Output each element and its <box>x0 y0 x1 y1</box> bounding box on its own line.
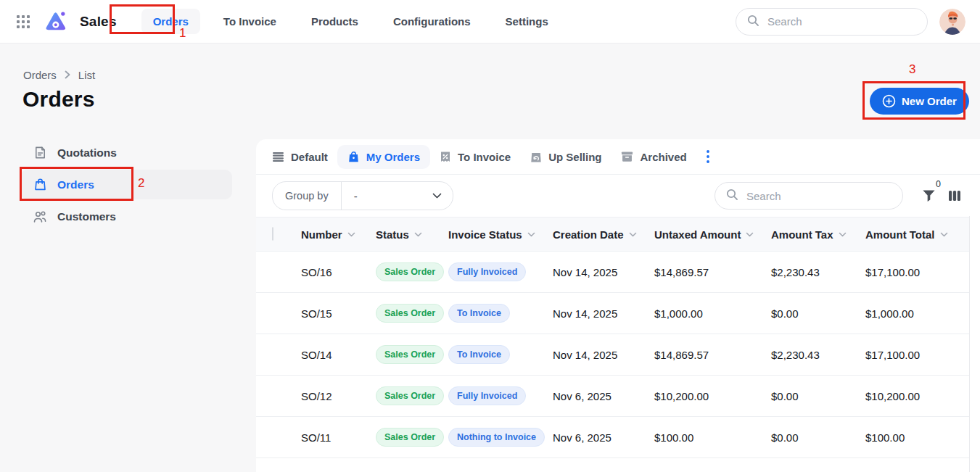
invoice-status-badge: Fully Invoiced <box>448 262 526 281</box>
table-search-input[interactable] <box>745 189 892 203</box>
sort-caret-icon <box>629 232 637 237</box>
status-badge: Sales Order <box>376 262 444 281</box>
nav-item-orders[interactable]: Orders <box>141 9 200 34</box>
search-icon <box>725 188 738 204</box>
tab-to-invoice[interactable]: To Invoice <box>440 151 511 163</box>
filter-funnel-button[interactable]: 0 <box>919 186 938 205</box>
invoice-status-badge: To Invoice <box>448 345 510 364</box>
filter-count-badge: 0 <box>936 179 941 189</box>
sort-caret-icon <box>414 232 422 237</box>
sidebar-item-quotations[interactable]: Quotations <box>20 138 232 167</box>
tab-up-selling[interactable]: Up Selling <box>530 151 601 163</box>
breadcrumb-orders[interactable]: Orders <box>23 69 57 81</box>
breadcrumb: Orders List <box>23 69 95 81</box>
page-title: Orders <box>22 87 95 112</box>
table-row[interactable]: SO/12 Sales Order Fully Invoiced Nov 6, … <box>256 376 969 417</box>
order-number[interactable]: SO/11 <box>301 431 376 444</box>
amount-tax: $2,230.43 <box>771 349 865 361</box>
global-search-input[interactable] <box>766 15 917 28</box>
more-filters-kebab-icon[interactable] <box>707 150 709 163</box>
tab-default[interactable]: Default <box>272 151 328 163</box>
sidebar-item-customers[interactable]: Customers <box>20 202 232 231</box>
creation-date: Nov 14, 2025 <box>553 349 654 361</box>
order-number[interactable]: SO/16 <box>301 266 376 278</box>
column-header-status[interactable]: Status <box>376 228 448 241</box>
bag-arrow-icon <box>530 151 542 163</box>
sales-orders-screen: Sales Orders To Invoice Products Configu… <box>0 0 980 472</box>
column-header-untaxed-amount[interactable]: Untaxed Amount <box>654 228 771 241</box>
table-right-divider <box>969 216 970 472</box>
invoice-status-badge: Fully Invoiced <box>448 386 526 405</box>
amount-tax: $0.00 <box>771 307 865 320</box>
table-header: Number Status Invoice Status Creation Da… <box>256 217 969 252</box>
table-toolbar: Group by - 0 <box>256 175 980 217</box>
creation-date: Nov 6, 2025 <box>553 431 654 444</box>
nav-item-settings[interactable]: Settings <box>494 9 560 34</box>
creation-date: Nov 14, 2025 <box>553 307 654 320</box>
amount-tax: $0.00 <box>771 390 865 402</box>
column-header-number[interactable]: Number <box>301 228 376 241</box>
group-by-label: Group by <box>273 190 341 202</box>
tab-archived[interactable]: Archived <box>621 151 686 163</box>
new-order-button[interactable]: New Order <box>870 88 969 115</box>
column-header-creation-date[interactable]: Creation Date <box>553 228 654 241</box>
order-number[interactable]: SO/14 <box>301 349 376 361</box>
orders-panel: Default My Orders <box>256 139 980 472</box>
amount-total: $17,100.00 <box>865 266 967 278</box>
global-search[interactable] <box>736 8 928 36</box>
table-row[interactable]: SO/14 Sales Order To Invoice Nov 14, 202… <box>256 334 969 376</box>
order-number[interactable]: SO/12 <box>301 390 376 402</box>
shopping-bag-icon <box>32 177 48 193</box>
columns-toggle-button[interactable] <box>945 186 964 205</box>
amount-total: $17,100.00 <box>865 349 967 361</box>
search-icon <box>746 14 759 30</box>
untaxed-amount: $14,869.57 <box>654 349 771 361</box>
amount-total: $1,000.00 <box>865 307 967 320</box>
untaxed-amount: $100.00 <box>654 431 771 444</box>
tab-my-orders[interactable]: My Orders <box>337 145 430 169</box>
column-header-amount-total[interactable]: Amount Total <box>865 228 967 241</box>
sidebar-item-label: Customers <box>57 210 116 223</box>
select-all-checkbox[interactable] <box>272 227 273 241</box>
nav-item-products[interactable]: Products <box>300 9 370 34</box>
receipt-percent-icon <box>440 151 451 163</box>
untaxed-amount: $14,869.57 <box>654 266 771 278</box>
breadcrumb-list[interactable]: List <box>78 69 95 81</box>
creation-date: Nov 14, 2025 <box>553 266 654 278</box>
app-grid-icon[interactable] <box>15 13 32 30</box>
creation-date: Nov 6, 2025 <box>553 390 654 402</box>
nav-item-to-invoice[interactable]: To Invoice <box>212 9 288 34</box>
bag-filled-icon <box>347 151 360 163</box>
order-number[interactable]: SO/15 <box>301 307 376 320</box>
customers-icon <box>32 209 48 225</box>
sidebar-item-label: Quotations <box>57 146 117 160</box>
chevron-down-icon <box>432 193 453 199</box>
table-body: SO/16 Sales Order Fully Invoiced Nov 14,… <box>256 252 980 458</box>
column-header-invoice-status[interactable]: Invoice Status <box>448 228 553 241</box>
nav-item-configurations[interactable]: Configurations <box>382 9 482 34</box>
tab-label: Default <box>291 151 328 163</box>
sort-caret-icon <box>940 232 948 237</box>
table-row[interactable]: SO/16 Sales Order Fully Invoiced Nov 14,… <box>256 252 969 293</box>
untaxed-amount: $10,200.00 <box>654 390 771 402</box>
app-logo-icon[interactable] <box>44 9 68 34</box>
tab-label: My Orders <box>366 151 420 163</box>
sort-caret-icon <box>347 232 355 237</box>
amount-total: $100.00 <box>865 431 967 444</box>
amount-total: $10,200.00 <box>865 390 967 402</box>
annotation-number-3: 3 <box>909 62 915 77</box>
sidebar-item-label: Orders <box>57 178 94 191</box>
amount-tax: $2,230.43 <box>771 266 865 278</box>
tab-label: To Invoice <box>458 151 511 163</box>
group-by-control[interactable]: Group by - <box>272 181 453 210</box>
status-badge: Sales Order <box>376 428 444 447</box>
group-by-value: - <box>342 190 432 202</box>
breadcrumb-chevron-icon <box>65 69 70 81</box>
table-search[interactable] <box>715 182 903 210</box>
column-header-amount-tax[interactable]: Amount Tax <box>771 228 865 241</box>
table-row[interactable]: SO/11 Sales Order Nothing to Invoice Nov… <box>256 417 969 458</box>
user-avatar[interactable] <box>939 9 965 35</box>
tab-label: Archived <box>640 151 686 163</box>
table-row[interactable]: SO/15 Sales Order To Invoice Nov 14, 202… <box>256 293 969 334</box>
sidebar-item-orders[interactable]: Orders <box>20 170 232 199</box>
